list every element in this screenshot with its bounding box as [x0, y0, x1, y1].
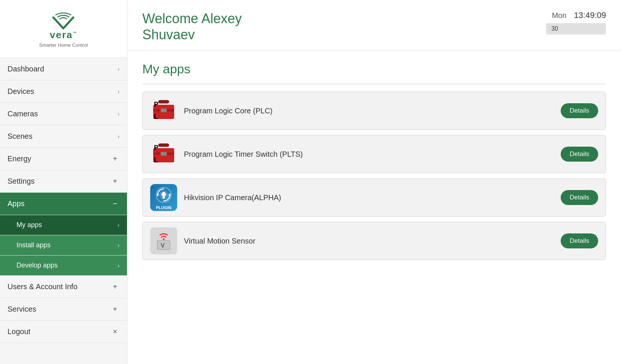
- sidebar-item-energy[interactable]: Energy +: [0, 148, 127, 170]
- sidebar-item-devices[interactable]: Devices ›: [0, 80, 127, 103]
- sidebar-item-logout[interactable]: Logout ×: [0, 321, 127, 343]
- main-content: Welcome Alexey Shuvaev Mon 13:49:09 30 M…: [127, 0, 621, 364]
- sidebar-label-cameras: Cameras: [7, 110, 38, 118]
- svg-rect-9: [161, 152, 167, 156]
- svg-rect-16: [165, 193, 166, 196]
- svg-rect-17: [163, 196, 165, 199]
- chevron-right-icon: ›: [118, 222, 119, 229]
- app-icon-hikvision: PLUGIN: [150, 184, 177, 211]
- svg-rect-3: [161, 108, 167, 112]
- sidebar-item-cameras[interactable]: Cameras ›: [0, 103, 127, 125]
- plugin-svg: [154, 185, 173, 205]
- app-icon-vms: V: [150, 227, 177, 254]
- toolbox-svg-plc: P L: [150, 97, 177, 124]
- svg-rect-14: [162, 192, 165, 196]
- welcome-line2: Shuvaev: [142, 27, 195, 42]
- sidebar-label-develop-apps: Develop apps: [16, 261, 58, 269]
- welcome-line1: Welcome Alexey: [142, 11, 242, 26]
- sidebar-item-services[interactable]: Services +: [0, 298, 127, 321]
- chevron-right-icon: ›: [118, 111, 119, 117]
- sidebar-item-apps[interactable]: Apps −: [0, 193, 127, 215]
- toolbox-svg-plts: P L: [150, 141, 177, 168]
- app-card-left-hikvision: PLUGIN Hikvision IP Camera(ALPHA): [150, 184, 281, 211]
- content-area: My apps P L: [127, 51, 621, 364]
- svg-text:L: L: [154, 113, 158, 120]
- welcome-message: Welcome Alexey Shuvaev: [142, 10, 242, 43]
- chevron-right-icon: ›: [118, 66, 119, 73]
- vms-icon-graphic: V: [150, 227, 177, 254]
- plus-icon: +: [110, 177, 119, 186]
- svg-text:P: P: [154, 144, 158, 152]
- app-card-left-plts: P L Program Logic Timer Switch (PLTS): [150, 141, 303, 168]
- app-card-plc: P L Program Logic Core (PLC) Details: [142, 92, 606, 130]
- app-card-left-plc: P L Program Logic Core (PLC): [150, 97, 273, 124]
- user-badge: 30: [546, 23, 606, 34]
- welcome-text: Welcome Alexey Shuvaev: [142, 10, 242, 43]
- sidebar-label-logout: Logout: [7, 327, 30, 336]
- app-card-left-vms: V Virtual Motion Sensor: [150, 227, 255, 254]
- time-row: Mon 13:49:09: [552, 10, 606, 20]
- svg-rect-6: [158, 144, 169, 147]
- sidebar-label-install-apps: Install apps: [16, 241, 51, 249]
- sidebar-label-dashboard: Dashboard: [7, 65, 44, 73]
- sidebar-label-devices: Devices: [7, 87, 34, 96]
- page-title: My apps: [142, 62, 606, 76]
- vera-logo: [48, 10, 78, 31]
- svg-point-20: [163, 238, 165, 240]
- vms-svg: V: [152, 230, 175, 252]
- chevron-right-icon: ›: [118, 242, 119, 249]
- sidebar-label-users: Users & Account Info: [7, 282, 78, 291]
- sidebar-label-scenes: Scenes: [7, 132, 33, 141]
- header-right: Mon 13:49:09 30: [546, 10, 606, 34]
- details-button-plc[interactable]: Details: [561, 103, 598, 118]
- app-name-plc: Program Logic Core (PLC): [184, 107, 273, 115]
- chevron-right-icon: ›: [118, 88, 119, 95]
- plus-icon: +: [110, 282, 119, 291]
- details-button-hikvision[interactable]: Details: [561, 190, 598, 205]
- times-icon: ×: [110, 327, 119, 336]
- app-name-hikvision: Hikvision IP Camera(ALPHA): [184, 193, 281, 202]
- time-value: 13:49:09: [574, 10, 606, 20]
- sidebar-label-services: Services: [7, 305, 36, 313]
- sidebar-item-install-apps[interactable]: Install apps ›: [0, 235, 127, 256]
- plus-icon: +: [110, 155, 119, 163]
- svg-text:P: P: [154, 101, 158, 108]
- details-button-vms[interactable]: Details: [561, 233, 598, 248]
- plugin-icon-graphic: PLUGIN: [150, 184, 177, 211]
- svg-rect-15: [161, 193, 163, 196]
- day-label: Mon: [552, 11, 566, 20]
- sidebar: vera™ Smarter Home Control Dashboard › D…: [0, 0, 127, 364]
- details-button-plts[interactable]: Details: [561, 147, 598, 162]
- divider: [142, 84, 606, 84]
- logo-tagline: Smarter Home Control: [39, 42, 88, 48]
- app-name-plts: Program Logic Timer Switch (PLTS): [184, 150, 303, 159]
- logo-area: vera™ Smarter Home Control: [0, 0, 127, 58]
- sidebar-item-settings[interactable]: Settings +: [0, 170, 127, 193]
- sidebar-item-develop-apps[interactable]: Develop apps ›: [0, 256, 127, 276]
- app-card-vms: V Virtual Motion Sensor Details: [142, 222, 606, 260]
- sidebar-label-my-apps: My apps: [16, 221, 42, 229]
- svg-text:V: V: [161, 242, 165, 249]
- app-name-vms: Virtual Motion Sensor: [184, 237, 255, 245]
- header: Welcome Alexey Shuvaev Mon 13:49:09 30: [127, 0, 621, 51]
- plus-icon: +: [110, 305, 119, 313]
- svg-rect-0: [158, 100, 169, 103]
- sidebar-label-settings: Settings: [7, 177, 34, 186]
- app-icon-plts: P L: [150, 141, 177, 168]
- sidebar-item-dashboard[interactable]: Dashboard ›: [0, 58, 127, 80]
- sidebar-item-my-apps[interactable]: My apps ›: [0, 215, 127, 235]
- app-card-plts: P L Program Logic Timer Switch (PLTS) De…: [142, 135, 606, 173]
- sidebar-label-energy: Energy: [7, 155, 31, 163]
- sidebar-item-users[interactable]: Users & Account Info +: [0, 276, 127, 298]
- sidebar-label-apps: Apps: [7, 199, 25, 208]
- app-icon-plc: P L: [150, 97, 177, 124]
- app-card-hikvision: PLUGIN Hikvision IP Camera(ALPHA) Detail…: [142, 178, 606, 217]
- minus-icon: −: [110, 199, 119, 208]
- chevron-right-icon: ›: [118, 262, 119, 269]
- svg-text:L: L: [154, 156, 158, 164]
- chevron-right-icon: ›: [118, 133, 119, 140]
- sidebar-item-scenes[interactable]: Scenes ›: [0, 125, 127, 148]
